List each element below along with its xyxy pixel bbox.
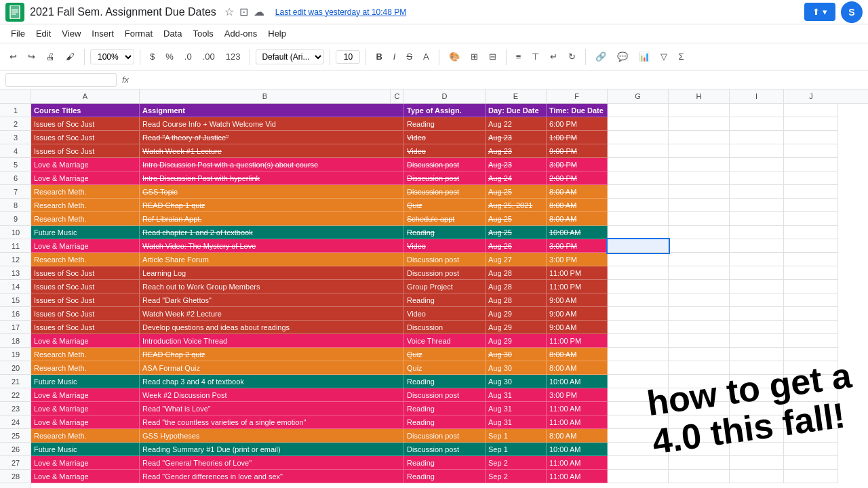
cell-r1-c6[interactable] bbox=[608, 104, 669, 117]
cell-r14-c0[interactable]: Issues of Soc Just bbox=[31, 280, 140, 293]
cell-r26-c0[interactable]: Future Music bbox=[31, 443, 140, 456]
cell-r2-c0[interactable]: Issues of Soc Just bbox=[31, 117, 140, 131]
cell-r1-c9[interactable] bbox=[784, 104, 838, 117]
cell-r19-c9[interactable] bbox=[784, 348, 838, 361]
cell-r2-c4[interactable]: Aug 22 bbox=[486, 117, 547, 131]
cell-r19-c3[interactable]: Quiz bbox=[404, 348, 486, 361]
cell-r7-c6[interactable] bbox=[608, 185, 669, 199]
cell-r11-c4[interactable]: Aug 26 bbox=[486, 239, 547, 253]
cell-r16-c4[interactable]: Aug 29 bbox=[486, 307, 547, 321]
cell-r10-c3[interactable]: Reading bbox=[404, 226, 486, 239]
cell-r20-c1[interactable]: ASA Format Quiz bbox=[140, 361, 404, 375]
cell-r2-c7[interactable] bbox=[669, 117, 730, 131]
cell-r20-c0[interactable]: Research Meth. bbox=[31, 361, 140, 375]
menu-format[interactable]: Format bbox=[119, 27, 158, 40]
menu-help[interactable]: Help bbox=[262, 27, 292, 40]
cell-r14-c8[interactable] bbox=[730, 280, 784, 293]
cell-r13-c9[interactable] bbox=[784, 266, 838, 280]
cell-r18-c7[interactable] bbox=[669, 334, 730, 348]
cell-r23-c6[interactable] bbox=[608, 402, 669, 415]
cell-r25-c3[interactable]: Discussion post bbox=[404, 429, 486, 443]
undo-button[interactable]: ↩ bbox=[5, 49, 21, 64]
cell-r19-c5[interactable]: 8:00 AM bbox=[547, 348, 608, 361]
cell-r28-c7[interactable] bbox=[669, 470, 730, 483]
cell-r9-c0[interactable]: Research Meth. bbox=[31, 212, 140, 226]
cell-r27-c5[interactable]: 11:00 AM bbox=[547, 456, 608, 470]
align-button[interactable]: ≡ bbox=[512, 49, 526, 64]
cell-r10-c8[interactable] bbox=[730, 226, 784, 239]
col-header-I[interactable]: I bbox=[730, 89, 784, 103]
row-num-28[interactable]: 28 bbox=[0, 470, 31, 483]
bold-button[interactable]: B bbox=[372, 49, 386, 64]
cell-r22-c9[interactable] bbox=[784, 388, 838, 402]
cell-r28-c4[interactable]: Sep 2 bbox=[486, 470, 547, 483]
cell-r5-c6[interactable] bbox=[608, 158, 669, 171]
cell-r23-c5[interactable]: 11:00 AM bbox=[547, 402, 608, 415]
cell-r24-c6[interactable] bbox=[608, 415, 669, 429]
col-header-A[interactable]: A bbox=[31, 89, 140, 103]
cell-r27-c7[interactable] bbox=[669, 456, 730, 470]
cell-r25-c0[interactable]: Research Meth. bbox=[31, 429, 140, 443]
comment-button[interactable]: 💬 bbox=[613, 49, 632, 64]
cell-r16-c0[interactable]: Issues of Soc Just bbox=[31, 307, 140, 321]
row-num-18[interactable]: 18 bbox=[0, 334, 31, 348]
cell-r17-c0[interactable]: Issues of Soc Just bbox=[31, 321, 140, 334]
cell-r3-c9[interactable] bbox=[784, 131, 838, 144]
cell-r13-c5[interactable]: 11:00 PM bbox=[547, 266, 608, 280]
cell-r10-c6[interactable] bbox=[608, 226, 669, 239]
cell-r22-c5[interactable]: 3:00 PM bbox=[547, 388, 608, 402]
cell-r21-c3[interactable]: Reading bbox=[404, 375, 486, 388]
row-num-8[interactable]: 8 bbox=[0, 199, 31, 212]
cell-r7-c4[interactable]: Aug 25 bbox=[486, 185, 547, 199]
cell-r17-c8[interactable] bbox=[730, 321, 784, 334]
cell-r7-c1[interactable]: GSS Topic bbox=[140, 185, 404, 199]
font-select[interactable]: Default (Ari... bbox=[256, 49, 324, 64]
cell-r13-c4[interactable]: Aug 28 bbox=[486, 266, 547, 280]
cell-r6-c7[interactable] bbox=[669, 171, 730, 185]
cell-r12-c8[interactable] bbox=[730, 253, 784, 266]
cell-r6-c9[interactable] bbox=[784, 171, 838, 185]
cell-r17-c3[interactable]: Discussion bbox=[404, 321, 486, 334]
cell-r19-c4[interactable]: Aug 30 bbox=[486, 348, 547, 361]
cell-r28-c6[interactable] bbox=[608, 470, 669, 483]
cell-r26-c7[interactable] bbox=[669, 443, 730, 456]
cell-r24-c1[interactable]: Read "the countless varieties of a singl… bbox=[140, 415, 404, 429]
cell-r22-c1[interactable]: Week #2 Discussion Post bbox=[140, 388, 404, 402]
cell-reference-input[interactable]: G11 bbox=[5, 73, 117, 87]
cell-r1-c0[interactable]: Course Titles bbox=[31, 104, 140, 117]
cell-r10-c0[interactable]: Future Music bbox=[31, 226, 140, 239]
cell-r23-c9[interactable] bbox=[784, 402, 838, 415]
share-options-button[interactable]: ⬆ ▾ bbox=[804, 3, 835, 21]
cell-r22-c7[interactable] bbox=[669, 388, 730, 402]
col-header-E[interactable]: E bbox=[486, 89, 547, 103]
cell-r9-c9[interactable] bbox=[784, 212, 838, 226]
row-num-14[interactable]: 14 bbox=[0, 280, 31, 293]
cell-r5-c0[interactable]: Love & Marriage bbox=[31, 158, 140, 171]
formula-input[interactable] bbox=[134, 74, 863, 86]
last-edit-link[interactable]: Last edit was yesterday at 10:48 PM bbox=[275, 7, 406, 17]
row-num-13[interactable]: 13 bbox=[0, 266, 31, 280]
cell-r4-c7[interactable] bbox=[669, 144, 730, 158]
row-num-3[interactable]: 3 bbox=[0, 131, 31, 144]
col-header-B[interactable]: B bbox=[140, 89, 391, 103]
cell-r26-c5[interactable]: 10:00 AM bbox=[547, 443, 608, 456]
cell-r20-c9[interactable] bbox=[784, 361, 838, 375]
function-button[interactable]: Σ bbox=[674, 49, 688, 64]
cell-r19-c0[interactable]: Research Meth. bbox=[31, 348, 140, 361]
cell-r15-c8[interactable] bbox=[730, 293, 784, 307]
cell-r5-c1[interactable]: Intro Discussion Post with a question(s)… bbox=[140, 158, 404, 171]
currency-button[interactable]: $ bbox=[146, 49, 159, 64]
cell-r6-c4[interactable]: Aug 24 bbox=[486, 171, 547, 185]
cell-r24-c8[interactable] bbox=[730, 415, 784, 429]
cell-r18-c9[interactable] bbox=[784, 334, 838, 348]
cell-r3-c7[interactable] bbox=[669, 131, 730, 144]
redo-button[interactable]: ↪ bbox=[24, 49, 39, 64]
cell-r28-c9[interactable] bbox=[784, 470, 838, 483]
cell-r1-c8[interactable] bbox=[730, 104, 784, 117]
cell-r6-c8[interactable] bbox=[730, 171, 784, 185]
row-num-26[interactable]: 26 bbox=[0, 443, 31, 456]
cell-r21-c0[interactable]: Future Music bbox=[31, 375, 140, 388]
cell-r22-c3[interactable]: Discussion post bbox=[404, 388, 486, 402]
cell-r12-c7[interactable] bbox=[669, 253, 730, 266]
merge-button[interactable]: ⊟ bbox=[485, 49, 500, 64]
